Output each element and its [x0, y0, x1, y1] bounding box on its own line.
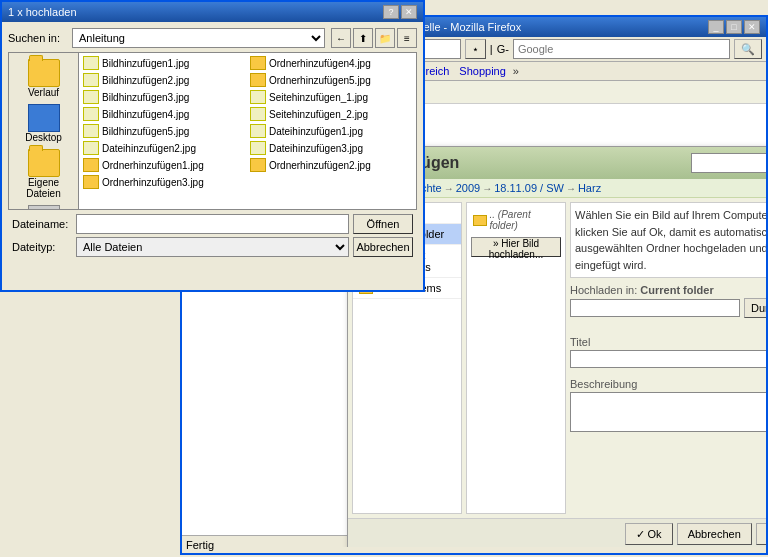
title-label: Titel — [570, 336, 766, 348]
search-input[interactable] — [691, 153, 766, 173]
file-icon — [83, 124, 99, 138]
file-list-item[interactable]: Bildhinzufügen3.jpg — [81, 89, 247, 105]
file-icon — [83, 107, 99, 121]
look-in-select[interactable]: Anleitung — [72, 28, 325, 48]
folder-icon — [250, 73, 266, 87]
file-icon — [83, 73, 99, 87]
upload-file-input[interactable] — [570, 299, 740, 317]
breadcrumb-harz[interactable]: Harz — [578, 182, 601, 194]
upload-folder-name: Current folder — [640, 284, 713, 296]
file-list-item[interactable]: Bildhinzufügen5.jpg — [81, 123, 247, 139]
file-name: Dateihinzufügen2.jpg — [102, 143, 196, 154]
breadcrumb-date[interactable]: 18.11.09 / SW — [494, 182, 564, 194]
file-name: Ordnerhinzufügen3.jpg — [102, 177, 204, 188]
google-search-button[interactable]: 🔍 — [734, 39, 762, 59]
maximize-button[interactable]: □ — [726, 20, 742, 34]
file-name: Bildhinzufügen4.jpg — [102, 109, 189, 120]
sidebar-arbeitsplatz[interactable]: Arbeitsplatz — [14, 203, 74, 210]
file-list-item[interactable]: Bildhinzufügen2.jpg — [81, 72, 247, 88]
bookmarks-more[interactable]: » — [513, 65, 519, 77]
file-list-item[interactable]: Dateihinzufügen3.jpg — [248, 140, 414, 156]
file-dialog-question[interactable]: ? — [383, 5, 399, 19]
open-button[interactable]: Öffnen — [353, 214, 413, 234]
nav-back-btn[interactable]: ← — [331, 28, 351, 48]
arrow-3: → — [482, 183, 492, 194]
sidebar-eigene-dateien[interactable]: Eigene Dateien — [14, 147, 74, 201]
file-name: Bildhinzufügen1.jpg — [102, 58, 189, 69]
dialog-content: Suchen in: Anleitung ← ⬆ 📁 ≡ Verlauf — [2, 22, 423, 266]
file-name: Bildhinzufügen3.jpg — [102, 92, 189, 103]
file-list-item[interactable]: Ordnerhinzufügen1.jpg — [81, 157, 247, 173]
info-panel: Wählen Sie ein Bild auf Ihrem Computer a… — [570, 202, 766, 514]
upload-btn-row: Durchsuchen... — [570, 298, 766, 318]
bookmark-shopping[interactable]: Shopping — [456, 64, 509, 78]
description-input[interactable] — [570, 392, 766, 432]
go-button[interactable]: ⋆ — [465, 39, 486, 59]
filetype-label: Dateityp: — [12, 241, 72, 253]
separator: | — [490, 43, 493, 55]
eigene-dateien-icon — [28, 149, 60, 177]
ok-button[interactable]: ✓ Ok — [625, 523, 673, 545]
filetype-select[interactable]: Alle Dateien — [76, 237, 349, 257]
file-list-item[interactable]: Dateihinzufügen1.jpg — [248, 123, 414, 139]
file-name: Bildhinzufügen2.jpg — [102, 75, 189, 86]
folder-icon — [250, 56, 266, 70]
dialog-bottom: Dateiname: Öffnen Dateityp: Alle Dateien… — [8, 214, 417, 257]
parent-folder-label: .. (Parent folder) — [490, 209, 559, 231]
file-name: Seitehinzufügen_1.jpg — [269, 92, 368, 103]
reload-button[interactable]: Neu laden — [756, 523, 766, 545]
file-name: Ordnerhinzufügen1.jpg — [102, 160, 204, 171]
folder-icon — [83, 158, 99, 172]
browse-button[interactable]: Durchsuchen... — [744, 298, 766, 318]
minimize-button[interactable]: _ — [708, 20, 724, 34]
filetype-row: Dateityp: Alle Dateien Abbrechen — [12, 237, 413, 257]
google-label: G- — [497, 43, 509, 55]
file-list-item[interactable]: Dateihinzufügen2.jpg — [81, 140, 247, 156]
file-list-item[interactable]: Bildhinzufügen1.jpg — [81, 55, 247, 71]
filename-row: Dateiname: Öffnen — [12, 214, 413, 234]
file-dialog-title-buttons: ? ✕ — [383, 5, 417, 19]
title-input[interactable] — [570, 350, 766, 368]
upload-here-button[interactable]: » Hier Bild hochladen... — [471, 237, 561, 257]
parent-folder-item[interactable]: .. (Parent folder) — [471, 207, 561, 233]
file-list-item[interactable]: Ordnerhinzufügen2.jpg — [248, 157, 414, 173]
arrow-4: → — [566, 183, 576, 194]
description-label: Beschreibung — [570, 378, 766, 390]
file-list-item[interactable]: Ordnerhinzufügen5.jpg — [248, 72, 414, 88]
eigene-dateien-label: Eigene Dateien — [16, 177, 72, 199]
folder-icon — [250, 158, 266, 172]
filename-input[interactable] — [76, 214, 349, 234]
nav-up-btn[interactable]: ⬆ — [353, 28, 373, 48]
close-button[interactable]: ✕ — [744, 20, 760, 34]
file-list-item[interactable]: Seitehinzufügen_2.jpg — [248, 106, 414, 122]
file-list-item[interactable]: Seitehinzufügen_1.jpg — [248, 89, 414, 105]
file-panel: .. (Parent folder) » Hier Bild hochladen… — [466, 202, 566, 514]
file-name: Bildhinzufügen5.jpg — [102, 126, 189, 137]
file-list-item[interactable]: Ordnerhinzufügen3.jpg — [81, 174, 247, 190]
cancel-button[interactable]: Abbrechen — [677, 523, 752, 545]
file-name: Ordnerhinzufügen5.jpg — [269, 75, 371, 86]
nav-new-folder-btn[interactable]: 📁 — [375, 28, 395, 48]
desktop-icon — [28, 104, 60, 132]
google-search-input[interactable] — [513, 39, 730, 59]
nav-view-btn[interactable]: ≡ — [397, 28, 417, 48]
file-icon — [83, 141, 99, 155]
file-dialog-title: 1 x hochladen — [8, 6, 77, 18]
file-name: Ordnerhinzufügen2.jpg — [269, 160, 371, 171]
verlauf-label: Verlauf — [28, 87, 59, 98]
file-list-item[interactable]: Ordnerhinzufügen4.jpg — [248, 55, 414, 71]
cancel-btn[interactable]: Abbrechen — [353, 237, 413, 257]
file-name: Ordnerhinzufügen4.jpg — [269, 58, 371, 69]
folder-icon — [83, 175, 99, 189]
title-section: Titel — [570, 332, 766, 368]
file-list-item[interactable]: Bildhinzufügen4.jpg — [81, 106, 247, 122]
desktop-label: Desktop — [25, 132, 62, 143]
sidebar-desktop[interactable]: Desktop — [14, 102, 74, 145]
file-list: Bildhinzufügen1.jpgOrdnerhinzufügen4.jpg… — [79, 53, 416, 209]
file-dialog-titlebar: 1 x hochladen ? ✕ — [2, 2, 423, 22]
file-icon — [83, 90, 99, 104]
verlauf-icon — [28, 59, 60, 87]
sidebar-verlauf[interactable]: Verlauf — [14, 57, 74, 100]
file-dialog-close[interactable]: ✕ — [401, 5, 417, 19]
breadcrumb-2009[interactable]: 2009 — [456, 182, 480, 194]
